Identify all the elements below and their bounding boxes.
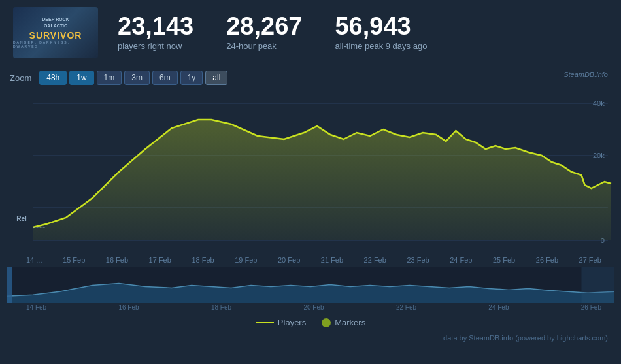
- logo-line1: DEEP ROCK: [42, 16, 69, 22]
- peak-24h-block: 28,267 24-hour peak: [226, 14, 302, 51]
- markers-dot-icon: [322, 318, 331, 327]
- legend: Players Markers: [0, 312, 621, 333]
- mini-x-6: 26 Feb: [581, 304, 601, 311]
- steamdb-attribution: SteamDB.info: [563, 71, 608, 78]
- zoom-controls: Zoom 48h 1w 1m 3m 6m 1y all: [0, 65, 621, 90]
- current-players-value: 23,143: [118, 14, 193, 39]
- svg-rect-10: [7, 267, 12, 303]
- peak-24h-label: 24-hour peak: [226, 41, 277, 51]
- alltime-peak-value: 56,943: [335, 14, 411, 39]
- alltime-peak-block: 56,943 all-time peak 9 days ago: [335, 14, 427, 51]
- markers-label: Markers: [335, 318, 365, 327]
- x-label-11: 25 Feb: [493, 256, 515, 264]
- logo-subtitle: DANGER. DARKNESS. DWARVES.: [13, 41, 98, 48]
- mini-x-4: 22 Feb: [396, 304, 416, 311]
- x-label-2: 16 Feb: [106, 256, 128, 264]
- zoom-all[interactable]: all: [205, 71, 227, 85]
- legend-markers: Markers: [322, 318, 365, 327]
- zoom-1m[interactable]: 1m: [97, 71, 122, 85]
- x-label-1: 15 Feb: [63, 256, 85, 264]
- main-chart: 40k 20k 0 Rel: [7, 90, 614, 254]
- current-players-label: players right now: [118, 41, 182, 51]
- main-chart-svg: 40k 20k 0 Rel: [7, 90, 614, 254]
- current-players-block: 23,143 players right now: [118, 14, 193, 51]
- zoom-3m[interactable]: 3m: [124, 71, 150, 85]
- svg-text:20k: 20k: [593, 152, 605, 159]
- x-label-7: 21 Feb: [321, 256, 343, 264]
- legend-players: Players: [256, 318, 306, 327]
- x-label-5: 19 Feb: [235, 256, 257, 264]
- zoom-label: Zoom: [10, 73, 31, 83]
- x-label-4: 18 Feb: [192, 256, 214, 264]
- players-label: Players: [278, 318, 306, 327]
- alltime-peak-label: all-time peak 9 days ago: [335, 41, 427, 51]
- zoom-6m[interactable]: 6m: [152, 71, 178, 85]
- zoom-48h[interactable]: 48h: [39, 71, 67, 85]
- x-label-6: 20 Feb: [278, 256, 300, 264]
- mini-x-1: 16 Feb: [118, 304, 139, 311]
- x-label-13: 27 Feb: [579, 256, 601, 264]
- x-label-3: 17 Feb: [149, 256, 171, 264]
- game-logo: DEEP ROCK GALACTIC SURVIVOR DANGER. DARK…: [13, 7, 98, 58]
- x-label-12: 26 Feb: [536, 256, 558, 264]
- zoom-1y[interactable]: 1y: [180, 71, 203, 85]
- mini-chart-svg: [7, 267, 614, 303]
- footer: data by SteamDB.info (powered by highcha…: [0, 333, 621, 343]
- svg-text:40k: 40k: [593, 99, 605, 107]
- mini-x-labels: 14 Feb 16 Feb 18 Feb 20 Feb 22 Feb 24 Fe…: [0, 303, 621, 312]
- header: DEEP ROCK GALACTIC SURVIVOR DANGER. DARK…: [0, 0, 621, 65]
- mini-chart: [7, 267, 614, 303]
- x-axis-labels: 14 ... 15 Feb 16 Feb 17 Feb 18 Feb 19 Fe…: [0, 254, 621, 267]
- mini-x-2: 18 Feb: [211, 304, 231, 311]
- logo-survivor: SURVIVOR: [29, 30, 82, 41]
- x-label-10: 24 Feb: [450, 256, 472, 264]
- x-label-0: 14 ...: [26, 256, 42, 264]
- logo-line2: GALACTIC: [44, 23, 67, 29]
- mini-x-0: 14 Feb: [26, 304, 46, 311]
- svg-rect-11: [581, 267, 614, 303]
- x-label-8: 22 Feb: [364, 256, 386, 264]
- x-label-9: 23 Feb: [407, 256, 429, 264]
- footer-text: data by SteamDB.info (powered by highcha…: [443, 334, 608, 342]
- peak-24h-value: 28,267: [226, 14, 302, 39]
- mini-x-3: 20 Feb: [303, 304, 324, 311]
- players-line-icon: [256, 322, 274, 323]
- zoom-1w[interactable]: 1w: [69, 71, 93, 85]
- svg-text:Rel: Rel: [16, 215, 27, 222]
- mini-x-5: 24 Feb: [488, 304, 509, 311]
